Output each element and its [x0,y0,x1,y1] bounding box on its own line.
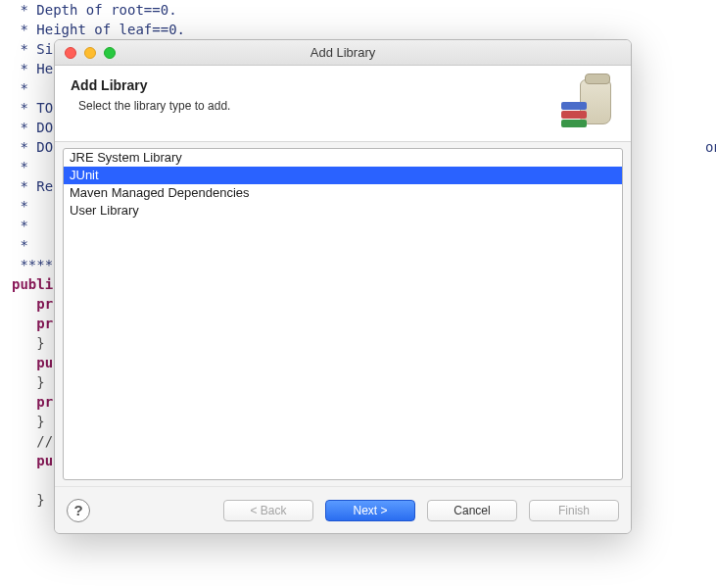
list-item[interactable]: Maven Managed Dependencies [64,184,622,202]
list-item[interactable]: JRE System Library [64,149,622,167]
help-button[interactable]: ? [67,499,90,522]
list-item[interactable]: JUnit [64,167,622,184]
list-item[interactable]: User Library [64,202,622,220]
next-button[interactable]: Next > [325,500,415,521]
dialog-heading: Add Library [71,77,230,93]
minimize-icon[interactable] [84,47,96,59]
window-title: Add Library [55,45,631,60]
zoom-icon[interactable] [104,47,116,59]
library-jar-icon [561,77,615,131]
add-library-dialog: Add Library Add Library Select the libra… [54,39,632,534]
dialog-titlebar[interactable]: Add Library [55,40,631,66]
library-type-list[interactable]: JRE System LibraryJUnitMaven Managed Dep… [63,148,623,480]
dialog-header: Add Library Select the library type to a… [55,66,631,142]
dialog-subtitle: Select the library type to add. [78,99,230,113]
back-button: < Back [223,500,313,521]
close-icon[interactable] [65,47,76,59]
dialog-button-bar: ? < Back Next > Cancel Finish [55,486,631,533]
cancel-button[interactable]: Cancel [427,500,517,521]
library-list-area: JRE System LibraryJUnitMaven Managed Dep… [55,142,631,486]
finish-button: Finish [529,500,619,521]
